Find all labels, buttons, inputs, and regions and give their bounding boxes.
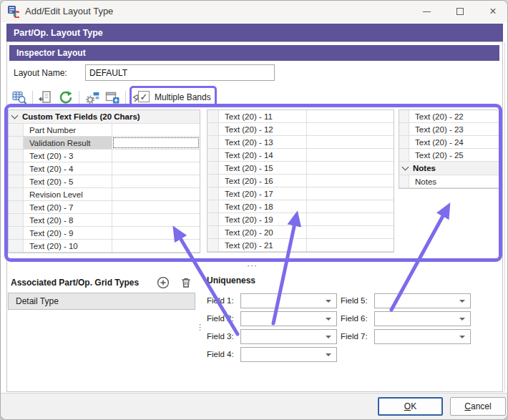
field-label-cell[interactable]: Text (20) - 3 [24, 150, 112, 162]
field-label-cell[interactable]: Text (20) - 19 [219, 213, 307, 225]
field-label-cell[interactable]: Text (20) - 25 [409, 149, 499, 161]
group-row[interactable]: Notes [399, 162, 499, 175]
field-label-cell[interactable]: Text (20) - 11 [219, 110, 307, 122]
field-value-cell[interactable] [307, 175, 394, 187]
field-value-cell[interactable] [307, 239, 394, 251]
band-field-row[interactable]: Text (20) - 3 [9, 150, 200, 162]
group-row[interactable]: Custom Text Fields (20 Chars) [9, 110, 200, 124]
field-7-combobox[interactable] [374, 329, 471, 344]
grid-search-icon[interactable] [11, 90, 27, 104]
band-field-row[interactable]: Text (20) - 24 [399, 136, 499, 149]
minimize-button[interactable] [414, 1, 439, 22]
maximize-button[interactable] [448, 1, 472, 22]
band-field-row[interactable]: Text (20) - 9 [9, 227, 200, 240]
field-label-cell[interactable]: Text (20) - 13 [219, 136, 307, 148]
field-label-cell[interactable]: Text (20) - 9 [24, 227, 112, 239]
band-field-row[interactable]: Text (20) - 13 [207, 136, 394, 149]
dropdown-arrow-icon[interactable] [459, 336, 465, 338]
dropdown-arrow-icon[interactable] [326, 336, 331, 338]
band-field-row[interactable]: Notes [399, 175, 499, 188]
band-field-row[interactable]: Text (20) - 10 [9, 240, 200, 253]
band-field-row[interactable]: Text (20) - 15 [207, 162, 394, 175]
field-value-cell[interactable] [112, 150, 200, 162]
field-label-cell[interactable]: Text (20) - 18 [219, 200, 307, 213]
field-1-combobox[interactable] [240, 293, 337, 308]
band-field-row[interactable]: Text (20) - 22 [399, 110, 499, 123]
dropdown-arrow-icon[interactable] [459, 318, 465, 321]
field-value-cell[interactable] [112, 137, 200, 149]
field-label-cell[interactable]: Notes [409, 175, 499, 187]
field-label-cell[interactable]: Part Number [24, 124, 112, 136]
band-field-row[interactable]: Validation Result [9, 137, 200, 150]
field-value-cell[interactable] [112, 175, 200, 187]
field-value-cell[interactable] [307, 110, 394, 122]
field-5-combobox[interactable] [374, 293, 471, 308]
field-label-cell[interactable]: Text (20) - 15 [219, 162, 307, 174]
field-label-cell[interactable]: Text (20) - 21 [219, 239, 307, 251]
field-value-cell[interactable] [307, 149, 394, 161]
band-field-row[interactable]: Text (20) - 23 [399, 123, 499, 136]
multiple-bands-checkbox[interactable]: ✓ [138, 91, 150, 102]
vertical-splitter-handle[interactable]: ⋮ [196, 323, 204, 331]
field-value-cell[interactable] [112, 227, 200, 239]
cancel-button[interactable]: Cancel [450, 397, 506, 416]
field-label-cell[interactable]: Text (20) - 8 [24, 214, 112, 226]
band-field-row[interactable]: Text (20) - 25 [399, 149, 499, 162]
field-label-cell[interactable]: Text (20) - 23 [409, 123, 499, 135]
dropdown-arrow-icon[interactable] [459, 300, 465, 303]
band-field-row[interactable]: Text (20) - 12 [207, 123, 394, 136]
band-field-row[interactable]: Text (20) - 4 [9, 162, 200, 175]
field-value-cell[interactable] [307, 136, 394, 148]
field-6-combobox[interactable] [374, 311, 471, 326]
dropdown-arrow-icon[interactable] [326, 353, 331, 356]
field-3-combobox[interactable] [240, 329, 337, 344]
band-field-row[interactable]: Text (20) - 11 [207, 110, 394, 123]
field-label-cell[interactable]: Text (20) - 17 [219, 187, 307, 200]
field-label-cell[interactable]: Text (20) - 16 [219, 175, 307, 187]
dropdown-arrow-icon[interactable] [326, 318, 331, 321]
field-value-cell[interactable] [307, 123, 394, 135]
field-label-cell[interactable]: Text (20) - 24 [409, 136, 499, 148]
layout-name-input[interactable] [85, 64, 275, 81]
band-field-row[interactable]: Text (20) - 19 [207, 213, 394, 226]
field-label-cell[interactable]: Text (20) - 4 [24, 162, 112, 175]
band-field-row[interactable]: Text (20) - 8 [9, 214, 200, 227]
trash-icon[interactable] [180, 276, 192, 289]
field-2-combobox[interactable] [240, 311, 337, 326]
field-label-cell[interactable]: Text (20) - 14 [219, 149, 307, 161]
field-label-cell[interactable]: Text (20) - 22 [409, 110, 499, 122]
field-label-cell[interactable]: Text (20) - 7 [24, 201, 112, 213]
field-label-cell[interactable]: Validation Result [24, 137, 112, 149]
band-field-row[interactable]: Revision Level [9, 188, 200, 201]
field-label-cell[interactable]: Text (20) - 20 [219, 226, 307, 238]
titlebar[interactable]: Add/Edit Layout Type × [1, 1, 508, 22]
close-button[interactable]: × [481, 1, 505, 22]
band-field-row[interactable]: Text (20) - 7 [9, 201, 200, 214]
band-field-row[interactable]: Text (20) - 20 [207, 226, 394, 239]
field-value-cell[interactable] [112, 188, 200, 200]
band-field-row[interactable]: Text (20) - 16 [207, 175, 394, 187]
band-field-row[interactable]: Text (20) - 5 [9, 175, 200, 188]
refresh-icon[interactable] [58, 90, 74, 104]
band-field-row[interactable]: Text (20) - 21 [207, 239, 394, 252]
field-value-cell[interactable] [112, 162, 200, 175]
horizontal-splitter-handle[interactable]: ··· [247, 260, 258, 270]
add-circle-icon[interactable] [157, 276, 170, 289]
band-field-row[interactable]: Text (20) - 18 [207, 200, 394, 213]
field-value-cell[interactable] [112, 124, 200, 136]
band-field-row[interactable]: Text (20) - 17 [207, 187, 394, 200]
field-value-cell[interactable] [112, 240, 200, 252]
dropdown-arrow-icon[interactable] [326, 300, 331, 303]
page-export-icon[interactable] [38, 90, 54, 104]
field-label-cell[interactable]: Text (20) - 5 [24, 175, 112, 187]
field-value-cell[interactable] [307, 200, 394, 213]
add-window-icon[interactable] [104, 90, 120, 104]
field-value-cell[interactable] [112, 214, 200, 226]
band-field-row[interactable]: Text (20) - 14 [207, 149, 394, 162]
field-value-cell[interactable] [307, 226, 394, 238]
field-label-cell[interactable]: Revision Level [24, 188, 112, 200]
field-label-cell[interactable]: Text (20) - 12 [219, 123, 307, 135]
field-label-cell[interactable]: Text (20) - 10 [24, 240, 112, 252]
ok-button[interactable]: OK [378, 397, 443, 416]
associated-grid-type-item[interactable]: Detail Type [8, 293, 195, 310]
